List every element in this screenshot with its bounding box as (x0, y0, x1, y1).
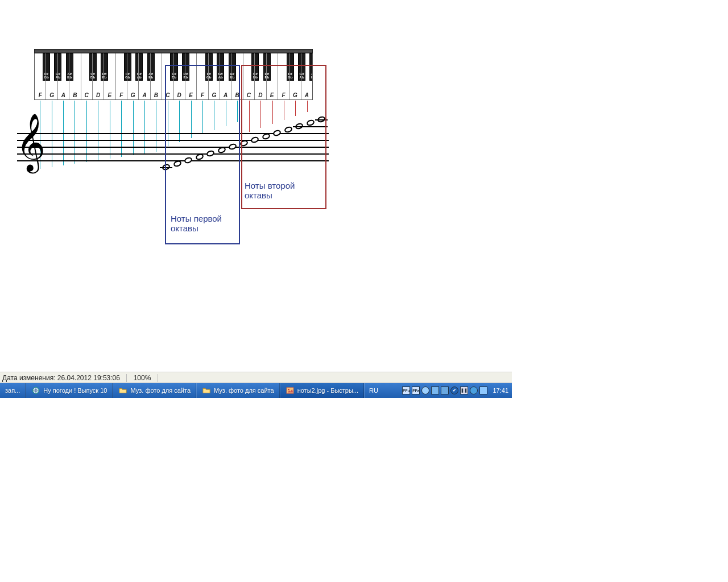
taskbar-item-label: зап... (5, 387, 20, 394)
svg-rect-1 (287, 388, 293, 394)
folder-icon (118, 386, 127, 394)
white-key: E (104, 53, 115, 99)
taskbar-item-label: ноты2.jpg - Быстры... (297, 387, 358, 394)
taskbar-item-4[interactable]: ноты2.jpg - Быстры... (280, 383, 364, 398)
white-key-label: C (85, 92, 89, 99)
image-icon (286, 386, 295, 394)
white-key-label: B (73, 92, 77, 99)
white-key: F (35, 53, 46, 99)
status-zoom: 100% (134, 374, 151, 382)
taskbar-item-2[interactable]: Муз. фото для сайта (113, 383, 196, 398)
white-key-label: A (61, 92, 65, 99)
taskbar-item-label: Муз. фото для сайта (214, 387, 274, 394)
tray-icon[interactable] (479, 386, 487, 394)
white-key-label: D (96, 92, 100, 99)
globe-icon (31, 386, 40, 394)
taskbar-item-3[interactable]: Муз. фото для сайта (196, 383, 280, 398)
white-key-label: G (131, 92, 135, 99)
system-tray: FFu FFa ✔ ❚❚ 17:41 (399, 383, 512, 398)
white-key: A (58, 53, 69, 99)
svg-point-2 (288, 389, 289, 390)
tray-icon[interactable] (431, 386, 439, 394)
white-key: A (139, 53, 150, 99)
tray-icon[interactable]: FFa (412, 386, 420, 394)
taskbar-item-1[interactable]: Ну погоди ! Выпуск 10 (26, 383, 113, 398)
white-key-label: E (108, 92, 112, 99)
white-key: B (151, 53, 162, 99)
white-key-label: A (142, 92, 146, 99)
white-key: G (46, 53, 57, 99)
white-key-label: G (49, 92, 54, 99)
status-bar: Дата изменения: 26.04.2012 19:53:06 100% (0, 372, 512, 383)
white-key: C (81, 53, 93, 99)
white-key: B (69, 53, 81, 99)
taskbar-item-label: Ну погоди ! Выпуск 10 (43, 387, 107, 394)
taskbar-clock[interactable]: 17:41 (489, 387, 508, 394)
second-octave-label: Ноты второй октавы (245, 181, 318, 200)
language-indicator[interactable]: RU (364, 383, 383, 398)
first-octave-label: Ноты первой октавы (171, 214, 233, 233)
status-modified-date: Дата изменения: 26.04.2012 19:53:06 (2, 374, 120, 382)
tray-icon[interactable] (421, 386, 429, 394)
tray-icon[interactable]: FFu (402, 386, 410, 394)
tray-icon[interactable] (441, 386, 449, 394)
white-key-label: F (119, 92, 123, 99)
white-key: G (127, 53, 139, 99)
taskbar-item-label: Муз. фото для сайта (130, 387, 191, 394)
tray-icon[interactable]: ❚❚ (460, 386, 468, 394)
white-key-label: B (154, 92, 158, 99)
tray-icon[interactable] (470, 386, 478, 394)
white-key-label: F (39, 92, 42, 99)
folder-icon (202, 386, 211, 394)
taskbar-item-0[interactable]: зап... (0, 383, 26, 398)
white-key: D (93, 53, 104, 99)
tray-icon[interactable]: ✔ (450, 386, 458, 394)
taskbar: зап... Ну погоди ! Выпуск 10 Муз. фото д… (0, 383, 512, 398)
white-key: F (116, 53, 127, 99)
